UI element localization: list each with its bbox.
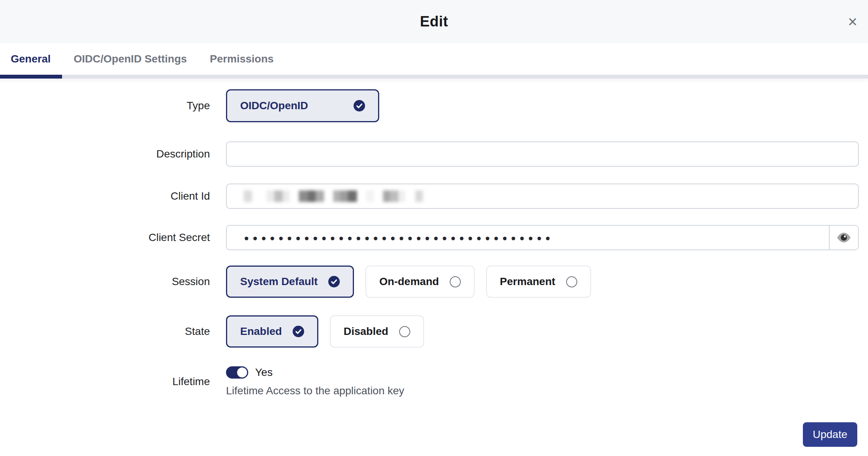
redacted-block (348, 190, 357, 202)
check-icon (354, 100, 365, 112)
tab-general-label: General (11, 53, 51, 65)
lifetime-row: Lifetime Yes Lifetime Access to the appl… (0, 366, 868, 397)
state-option-label: Enabled (240, 325, 282, 338)
client-secret-group (226, 225, 859, 250)
redacted-block (244, 190, 252, 202)
session-option-system-default[interactable]: System Default (226, 266, 354, 298)
state-option-label: Disabled (344, 325, 388, 338)
tab-permissions[interactable]: Permissions (198, 43, 285, 79)
dialog-header: Edit × (0, 0, 868, 43)
redacted-block (267, 190, 274, 202)
update-button[interactable]: Update (803, 422, 857, 447)
radio-circle-icon (399, 326, 410, 337)
session-option-label: On-demand (379, 276, 439, 288)
dialog-footer: Update (0, 397, 868, 447)
radio-circle-icon (450, 276, 461, 287)
tab-general[interactable]: General (0, 43, 62, 79)
redacted-block (274, 190, 283, 202)
toggle-knob (237, 367, 247, 377)
type-option-label: OIDC/OpenID (240, 100, 308, 112)
state-row: State Enabled Disabled (0, 315, 868, 348)
description-row: Description (0, 141, 868, 167)
client-id-row: Client Id (0, 184, 868, 209)
redacted-block (383, 190, 390, 202)
check-icon (328, 276, 340, 287)
eye-icon (837, 232, 851, 243)
redacted-block (366, 190, 374, 202)
client-id-input[interactable] (226, 184, 859, 209)
description-label: Description (0, 148, 210, 160)
tab-oidc-settings-label: OIDC/OpenID Settings (74, 53, 187, 65)
client-id-redacted (244, 190, 423, 202)
state-option-disabled[interactable]: Disabled (330, 315, 424, 348)
session-option-label: System Default (240, 276, 318, 288)
lifetime-label: Lifetime (0, 376, 210, 388)
lifetime-help-text: Lifetime Access to the application key (226, 385, 404, 397)
tabbar: General OIDC/OpenID Settings Permissions (0, 43, 868, 79)
state-label: State (0, 325, 210, 338)
edit-dialog: Edit × General OIDC/OpenID Settings Perm… (0, 0, 868, 447)
redacted-block (283, 190, 290, 202)
tab-oidc-settings[interactable]: OIDC/OpenID Settings (62, 43, 198, 79)
session-option-label: Permanent (500, 276, 555, 288)
redacted-block (333, 190, 340, 202)
session-option-permanent[interactable]: Permanent (486, 266, 591, 298)
redacted-block (308, 190, 316, 202)
redacted-block (340, 190, 348, 202)
client-id-label: Client Id (0, 190, 210, 202)
tab-underline-track (0, 75, 868, 79)
session-option-on-demand[interactable]: On-demand (365, 266, 475, 298)
edit-form: Type OIDC/OpenID Description Client Id (0, 79, 868, 397)
type-row: Type OIDC/OpenID (0, 89, 868, 122)
description-input[interactable] (226, 141, 859, 167)
state-option-enabled[interactable]: Enabled (226, 315, 318, 348)
reveal-secret-button[interactable] (829, 226, 858, 249)
redacted-block (415, 190, 423, 202)
type-label: Type (0, 100, 210, 112)
tab-permissions-label: Permissions (210, 53, 274, 65)
redacted-block (398, 190, 405, 202)
lifetime-toggle-label: Yes (255, 366, 273, 379)
redacted-block (299, 190, 308, 202)
lifetime-toggle[interactable] (226, 366, 248, 379)
type-option-oidc-openid[interactable]: OIDC/OpenID (226, 89, 379, 122)
radio-circle-icon (566, 276, 577, 287)
page-title: Edit (420, 13, 448, 30)
session-row: Session System Default On-demand Permane… (0, 266, 868, 298)
client-secret-row: Client Secret (0, 225, 868, 250)
close-icon[interactable]: × (848, 14, 857, 30)
check-icon (293, 326, 304, 337)
client-secret-label: Client Secret (0, 231, 210, 244)
redacted-block (390, 190, 398, 202)
redacted-block (316, 190, 324, 202)
client-secret-input[interactable] (227, 226, 829, 249)
session-label: Session (0, 276, 210, 288)
